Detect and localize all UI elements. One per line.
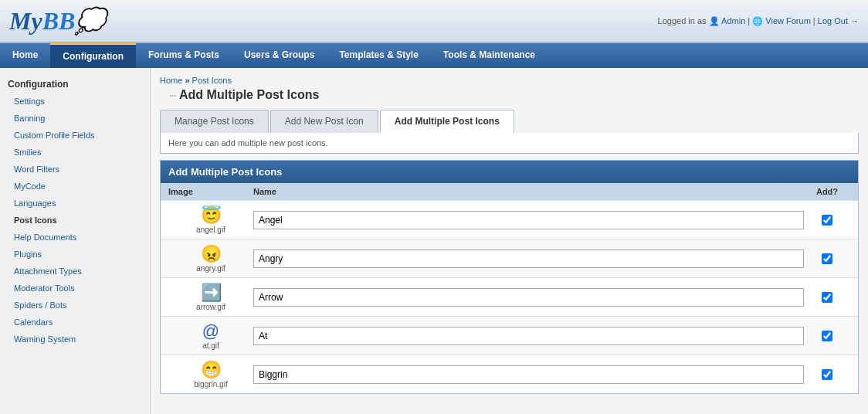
sidebar-item-settings[interactable]: Settings: [0, 93, 150, 110]
top-right-bar: Logged in as 👤 Admin | 🌐 View Forum | Lo…: [658, 16, 859, 26]
icon-filename-biggrin: biggrin.gif: [194, 380, 227, 389]
post-icons-table: Add Multiple Post Icons Image Name Add? …: [160, 160, 859, 394]
breadcrumb-home[interactable]: Home: [160, 76, 182, 85]
icon-filename-angel: angel.gif: [196, 226, 225, 234]
table-row: @ at.gif: [161, 316, 858, 355]
sidebar-item-mycode[interactable]: MyCode: [0, 178, 150, 195]
main-nav: Home Configuration Forums & Posts Users …: [0, 43, 868, 68]
add-checkbox-angry[interactable]: [822, 253, 832, 264]
name-cell-biggrin: [253, 365, 804, 384]
layout: Configuration Settings Banning Custom Pr…: [0, 68, 868, 414]
sidebar-item-help-documents[interactable]: Help Documents: [0, 229, 150, 246]
icon-image-arrow: ➡️ arrow.gif: [168, 283, 253, 311]
add-checkbox-arrow[interactable]: [822, 292, 832, 303]
col-name: Name: [253, 187, 804, 196]
main-content: Home » Post Icons ··· Add Multiple Post …: [151, 68, 868, 414]
logo: MyBB💭: [9, 6, 106, 36]
tabs: Manage Post Icons Add New Post Icon Add …: [160, 110, 859, 133]
name-cell-angry: [253, 249, 804, 268]
tab-add-multiple-post-icons[interactable]: Add Multiple Post Icons: [380, 110, 514, 133]
add-checkbox-biggrin[interactable]: [822, 369, 832, 380]
col-image: Image: [168, 187, 253, 196]
tab-add-new-post-icon[interactable]: Add New Post Icon: [270, 110, 378, 133]
view-forum-link[interactable]: View Forum: [765, 16, 810, 25]
name-cell-angel: [253, 211, 804, 229]
sidebar-item-smilies[interactable]: Smilies: [0, 144, 150, 161]
nav-users-groups[interactable]: Users & Groups: [232, 43, 327, 68]
icon-image-angry: 😠 angry.gif: [168, 244, 253, 273]
name-input-biggrin[interactable]: [253, 365, 804, 384]
table-columns: Image Name Add?: [161, 183, 858, 200]
name-cell-arrow: [253, 288, 804, 307]
name-input-arrow[interactable]: [253, 288, 804, 307]
icon-image-angel: 😇 angel.gif: [168, 205, 253, 234]
tab-manage-post-icons[interactable]: Manage Post Icons: [160, 110, 269, 133]
nav-home[interactable]: Home: [0, 43, 50, 68]
name-input-at[interactable]: [253, 327, 804, 345]
nav-templates-style[interactable]: Templates & Style: [327, 43, 430, 68]
sidebar-section-title: Configuration: [0, 74, 150, 93]
header: MyBB💭 Logged in as 👤 Admin | 🌐 View Foru…: [0, 0, 868, 43]
log-out-link[interactable]: Log Out: [818, 16, 848, 25]
icon-filename-arrow: arrow.gif: [196, 303, 225, 311]
logged-in-label: Logged in as: [658, 16, 707, 25]
info-bar: Here you can add multiple new post icons…: [160, 133, 859, 154]
sidebar-item-word-filters[interactable]: Word Filters: [0, 161, 150, 178]
sidebar-item-plugins[interactable]: Plugins: [0, 246, 150, 263]
icon-image-biggrin: 😁 biggrin.gif: [168, 360, 253, 389]
add-cell-at: [804, 331, 850, 341]
admin-link[interactable]: Admin: [721, 16, 745, 25]
breadcrumb: Home » Post Icons: [160, 76, 859, 85]
sidebar: Configuration Settings Banning Custom Pr…: [0, 68, 151, 414]
page-title: ··· Add Multiple Post Icons: [160, 88, 859, 102]
sidebar-item-attachment-types[interactable]: Attachment Types: [0, 263, 150, 280]
nav-forums-posts[interactable]: Forums & Posts: [136, 43, 232, 68]
add-cell-biggrin: [804, 369, 850, 380]
sidebar-item-warning-system[interactable]: Warning System: [0, 331, 150, 348]
sidebar-item-banning[interactable]: Banning: [0, 110, 150, 127]
icon-image-at: @ at.gif: [168, 321, 253, 350]
sidebar-item-calendars[interactable]: Calendars: [0, 314, 150, 331]
add-cell-arrow: [804, 292, 850, 303]
table-header: Add Multiple Post Icons: [161, 161, 858, 183]
sidebar-item-post-icons[interactable]: Post Icons: [0, 212, 150, 229]
nav-tools-maintenance[interactable]: Tools & Maintenance: [431, 43, 548, 68]
table-row: 😇 angel.gif: [161, 200, 858, 239]
table-row: ➡️ arrow.gif: [161, 277, 858, 316]
name-input-angry[interactable]: [253, 249, 804, 268]
add-cell-angry: [804, 253, 850, 264]
icon-filename-angry: angry.gif: [196, 264, 225, 273]
sidebar-item-spiders-bots[interactable]: Spiders / Bots: [0, 297, 150, 314]
nav-configuration[interactable]: Configuration: [50, 43, 136, 68]
col-add: Add?: [804, 187, 850, 196]
add-checkbox-angel[interactable]: [822, 215, 832, 226]
table-row: 😠 angry.gif: [161, 239, 858, 277]
sidebar-item-languages[interactable]: Languages: [0, 195, 150, 212]
icon-filename-at: at.gif: [202, 341, 219, 350]
sidebar-item-moderator-tools[interactable]: Moderator Tools: [0, 280, 150, 297]
table-row: 😁 biggrin.gif: [161, 355, 858, 393]
add-cell-angel: [804, 215, 850, 226]
name-cell-at: [253, 327, 804, 345]
breadcrumb-post-icons[interactable]: Post Icons: [192, 76, 232, 85]
name-input-angel[interactable]: [253, 211, 804, 229]
add-checkbox-at[interactable]: [822, 331, 832, 341]
sidebar-item-custom-profile-fields[interactable]: Custom Profile Fields: [0, 127, 150, 144]
